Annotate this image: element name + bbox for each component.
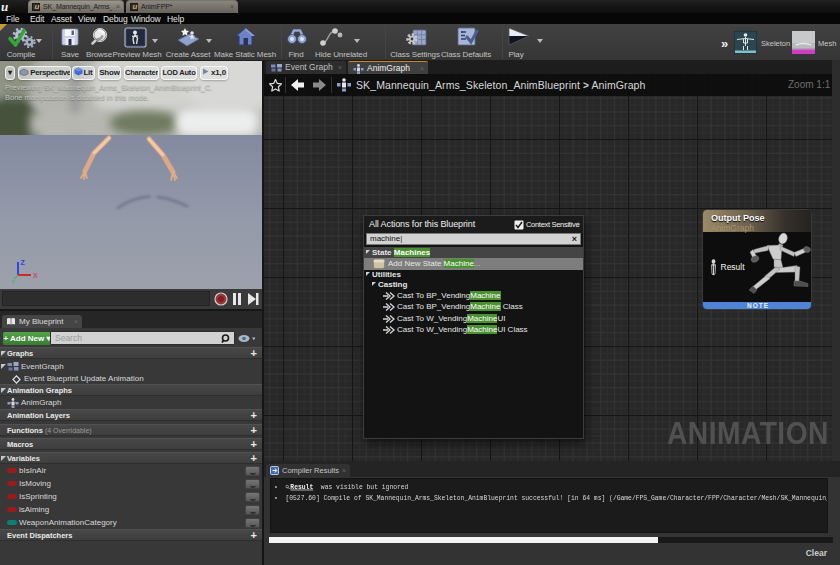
- svg-text:X: X: [33, 272, 38, 279]
- svg-text:Z: Z: [21, 259, 26, 266]
- svg-text:Y: Y: [11, 279, 15, 285]
